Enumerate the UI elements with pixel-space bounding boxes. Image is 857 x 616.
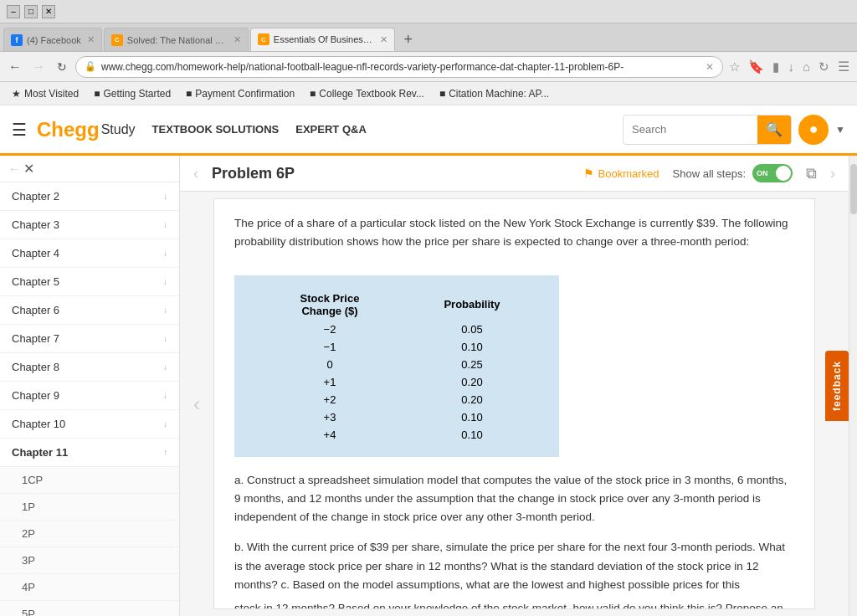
bm-payment[interactable]: ■ Payment Confirmation [179,86,301,101]
maximize-btn[interactable]: □ [24,5,38,18]
chapter-5-item[interactable]: Chapter 5 ↓ [0,268,179,296]
forward-btn[interactable]: → [28,57,49,77]
url-clear[interactable]: ✕ [706,61,714,73]
chegg-logo[interactable]: Chegg Study [37,118,136,141]
user-avatar[interactable]: ● [798,115,829,145]
chapter-11-chevron: ↑ [163,448,167,457]
sub-item-5p[interactable]: 5P [0,601,179,616]
chapter-2-item[interactable]: Chapter 2 ↓ [0,182,179,211]
sub-item-3p-label: 3P [22,554,35,567]
chapter-9-item[interactable]: Chapter 9 ↓ [0,382,179,410]
sub-item-1p[interactable]: 1P [0,494,179,521]
prev-nav-arrow[interactable]: ‹ [180,192,213,616]
menu-btn[interactable]: ☰ [835,59,852,74]
table-cell-prob-3: 0.25 [405,356,539,373]
chapter-11-item[interactable]: Chapter 11 ↑ [0,439,179,467]
content-area: ‹ Problem 6P ⚑ Bookmarked Show all steps… [180,156,849,616]
table-col1-header: Stock PriceChange ($) [254,289,405,321]
pocket-btn[interactable]: 🔖 [746,59,767,74]
back-btn[interactable]: ← [5,57,25,77]
sub-item-1cp[interactable]: 1CP [0,467,179,494]
prob-table-wrapper: Stock PriceChange ($) Probability −2 0.0… [234,275,559,457]
chapter-8-item[interactable]: Chapter 8 ↓ [0,353,179,382]
table-row: +2 0.20 [254,391,539,408]
chapter-7-chevron: ↓ [163,334,167,343]
right-scrollbar[interactable] [849,156,857,616]
chapter-6-item[interactable]: Chapter 6 ↓ [0,296,179,325]
sub-item-4p-label: 4P [22,581,35,593]
problem-part-b: b. With the current price of $39 per sha… [234,538,794,594]
next-problem-arrow[interactable]: › [830,165,835,182]
tab-chegg-solved[interactable]: C Solved: The National Foot... ✕ [104,28,249,51]
scrollbar-thumb[interactable] [850,164,857,214]
tab-facebook-close[interactable]: ✕ [87,34,95,45]
expert-qa-link[interactable]: EXPERT Q&A [295,123,367,136]
bookmarked-label: Bookmarked [598,167,659,180]
search-input[interactable] [624,123,757,136]
bm-citation[interactable]: ■ Citation Machine: AP... [433,86,556,101]
hamburger-btn[interactable]: ☰ [12,120,27,140]
table-row: −1 0.10 [254,338,539,356]
sidebar-close-icon[interactable]: ✕ [23,161,34,177]
close-btn[interactable]: ✕ [42,5,55,18]
chapter-4-chevron: ↓ [163,249,167,258]
tab-essentials-close[interactable]: ✕ [380,34,387,45]
window-controls: – □ ✕ [7,5,55,18]
chapter-10-chevron: ↓ [163,419,167,429]
feedback-tab[interactable]: feedback [825,351,849,421]
table-row: 0 0.25 [254,356,539,373]
tab-chegg-solved-label: Solved: The National Foot... [127,35,228,45]
steps-toggle[interactable]: ON [752,164,793,182]
prob-table: Stock PriceChange ($) Probability −2 0.0… [254,289,539,444]
chapter-7-item[interactable]: Chapter 7 ↓ [0,325,179,353]
tab-chegg-solved-close[interactable]: ✕ [233,34,241,45]
tab-essentials[interactable]: C Essentials Of Business Ana... ✕ [250,28,395,51]
browser-titlebar: – □ ✕ [0,0,857,23]
minimize-btn[interactable]: – [7,5,20,18]
expand-btn[interactable]: ⧉ [806,165,817,182]
college-icon: ■ [310,88,316,100]
prev-problem-arrow[interactable]: ‹ [193,165,198,182]
problem-header: ‹ Problem 6P ⚑ Bookmarked Show all steps… [180,156,849,192]
chapter-3-label: Chapter 3 [12,218,59,231]
bm-most-visited[interactable]: ★ Most Visited [5,86,85,101]
download-btn[interactable]: ↓ [785,59,797,74]
chapter-10-item[interactable]: Chapter 10 ↓ [0,410,179,439]
user-dropdown-arrow[interactable]: ▼ [835,124,845,136]
sub-item-4p[interactable]: 4P [0,574,179,601]
problem-title: Problem 6P [212,165,295,182]
bm-college[interactable]: ■ College Textbook Rev... [303,86,431,101]
table-row: −2 0.05 [254,321,539,338]
table-row: +3 0.10 [254,408,539,426]
bm-college-label: College Textbook Rev... [319,88,424,100]
url-box[interactable]: 🔓 www.chegg.com/homework-help/national-f… [75,56,723,78]
table-cell-change-6: +3 [254,408,405,426]
shield-btn[interactable]: ▮ [770,59,782,74]
sidebar-toggle-btn[interactable]: ↻ [816,59,832,74]
bookmarked-btn[interactable]: ⚑ Bookmarked [583,167,659,180]
tab-facebook[interactable]: f (4) Facebook ✕ [3,28,102,51]
sub-item-3p[interactable]: 3P [0,547,179,574]
toggle-on-label: ON [757,169,768,177]
chapter-8-chevron: ↓ [163,362,167,372]
chapter-3-item[interactable]: Chapter 3 ↓ [0,211,179,239]
sub-item-2p-label: 2P [22,527,35,540]
chegg-favicon-1: C [111,34,123,46]
header-right: 🔍 ● ▼ [623,115,845,145]
sidebar-prev-arrow[interactable]: ← [8,162,20,176]
getting-started-icon: ■ [94,88,100,100]
textbook-solutions-link[interactable]: TEXTBOOK SOLUTIONS [152,123,280,136]
chapter-11-label: Chapter 11 [12,446,68,459]
sub-item-2p[interactable]: 2P [0,521,179,547]
home-btn[interactable]: ⌂ [800,59,813,74]
table-col2-header: Probability [405,289,539,321]
search-button[interactable]: 🔍 [757,115,791,145]
star-btn[interactable]: ☆ [726,59,742,74]
bm-getting-started[interactable]: ■ Getting Started [87,86,177,101]
main-container: ← ✕ Chapter 2 ↓ Chapter 3 ↓ Chapter 4 ↓ … [0,156,857,616]
new-tab-btn[interactable]: + [397,28,420,51]
chapter-4-item[interactable]: Chapter 4 ↓ [0,239,179,268]
refresh-btn[interactable]: ↻ [52,57,72,77]
problem-text-1: The price of a share of a particular sto… [234,214,794,252]
chapter-4-label: Chapter 4 [12,247,59,259]
